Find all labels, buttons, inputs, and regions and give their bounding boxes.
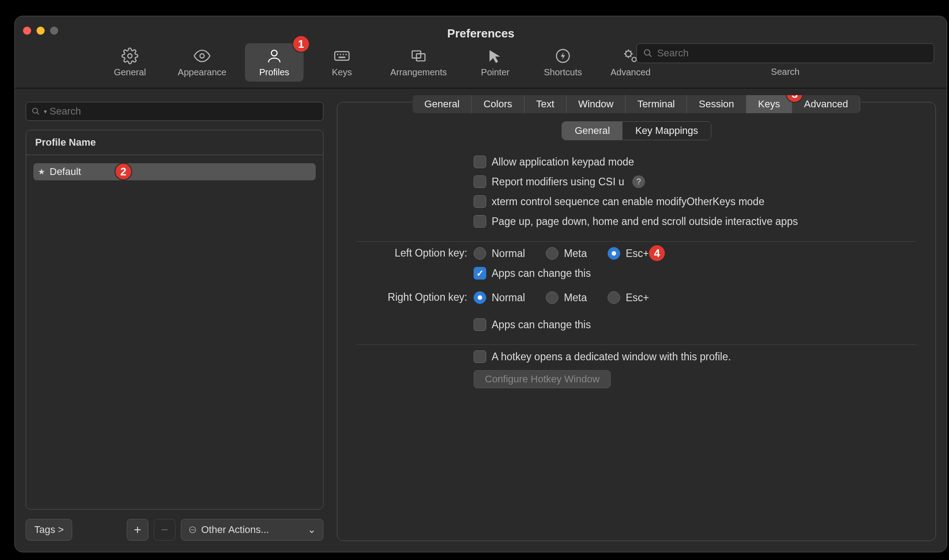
tags-button[interactable]: Tags >: [26, 519, 72, 541]
subtab-general[interactable]: General: [562, 122, 622, 140]
profile-search[interactable]: ▾: [26, 102, 323, 121]
svg-line-17: [37, 112, 39, 115]
check-keypad[interactable]: [474, 156, 486, 168]
check-csi-label: Report modifiers using CSI u: [492, 176, 624, 188]
check-left-apps-change[interactable]: [474, 267, 486, 280]
tab-keys[interactable]: Keys: [746, 95, 792, 113]
check-pgup[interactable]: [474, 215, 486, 228]
tab-window[interactable]: Window: [567, 95, 626, 113]
check-xterm-label: xterm control sequence can enable modify…: [492, 196, 765, 208]
tab-text[interactable]: Text: [525, 95, 567, 113]
svg-line-15: [649, 55, 651, 57]
profile-settings-panel: General Colors Text Window Terminal Sess…: [337, 102, 936, 541]
search-icon: [32, 107, 40, 116]
tab-general[interactable]: General: [413, 95, 472, 113]
svg-point-2: [272, 50, 277, 56]
toolbar-shortcuts[interactable]: Shortcuts: [534, 43, 592, 82]
toolbar-keys[interactable]: Keys: [313, 43, 371, 82]
toolbar-search-wrap: Search: [636, 43, 934, 82]
toolbar: General Appearance Profiles 1 Keys Arran…: [101, 43, 660, 82]
add-profile-button[interactable]: +: [127, 519, 148, 541]
pointer-icon: [487, 47, 504, 64]
toolbar-profiles[interactable]: Profiles 1: [245, 43, 304, 82]
toolbar-pointer[interactable]: Pointer: [466, 43, 525, 82]
gear-icon: [121, 47, 138, 64]
annotation-badge-2: 2: [115, 163, 132, 180]
check-csi[interactable]: [474, 175, 486, 188]
titlebar: Preferences General Appearance Profiles …: [15, 16, 947, 88]
profile-tabs: General Colors Text Window Terminal Sess…: [413, 95, 861, 113]
svg-point-12: [626, 51, 631, 57]
check-hotkey-label: A hotkey opens a dedicated window with t…: [492, 351, 731, 363]
radio-left-meta[interactable]: [546, 247, 558, 260]
window-title: Preferences: [15, 27, 947, 41]
preferences-window: Preferences General Appearance Profiles …: [14, 16, 947, 552]
toolbar-search-label: Search: [771, 67, 799, 77]
tab-advanced[interactable]: Advanced: [792, 95, 860, 113]
chevron-down-icon: ⌄: [308, 524, 316, 536]
svg-point-0: [128, 54, 132, 58]
toolbar-search-input[interactable]: [657, 47, 927, 59]
check-right-apps-change[interactable]: [474, 318, 486, 331]
svg-point-13: [632, 57, 636, 62]
star-icon: ★: [38, 167, 45, 177]
profile-search-input[interactable]: [50, 106, 318, 117]
toolbar-search[interactable]: [636, 43, 934, 63]
radio-left-normal[interactable]: [474, 247, 486, 260]
tab-colors[interactable]: Colors: [472, 95, 525, 113]
eye-icon: [193, 47, 211, 64]
svg-point-21: [193, 529, 194, 530]
tab-terminal[interactable]: Terminal: [626, 95, 687, 113]
lightning-icon: [554, 47, 571, 64]
svg-point-16: [32, 108, 37, 113]
radio-right-esc[interactable]: [608, 291, 620, 304]
annotation-badge-1: 1: [292, 35, 310, 53]
help-icon[interactable]: ?: [632, 175, 645, 188]
chevron-down-icon: ▾: [44, 108, 47, 115]
tab-session[interactable]: Session: [687, 95, 746, 113]
toolbar-appearance[interactable]: Appearance: [168, 43, 236, 82]
body: ▾ Profile Name ★ Default 2 Tags > + −: [15, 88, 947, 552]
check-right-apps-change-label: Apps can change this: [492, 319, 591, 331]
profile-bottom-bar: Tags > + − Other Actions... ⌄: [26, 519, 323, 541]
svg-point-1: [200, 54, 204, 58]
svg-point-19: [191, 529, 192, 530]
search-icon: [643, 48, 653, 58]
toolbar-arrangements[interactable]: Arrangements: [380, 43, 457, 82]
profile-list: Profile Name ★ Default 2: [26, 130, 323, 510]
remove-profile-button[interactable]: −: [154, 519, 175, 541]
radio-right-normal[interactable]: [474, 291, 486, 304]
svg-point-20: [192, 529, 193, 530]
check-left-apps-change-label: Apps can change this: [492, 267, 591, 280]
toolbar-general[interactable]: General: [101, 43, 159, 82]
ellipsis-icon: [189, 526, 197, 534]
check-keypad-label: Allow application keypad mode: [492, 156, 634, 168]
user-icon: [266, 47, 283, 64]
keys-subtabs: General Key Mappings: [562, 121, 711, 140]
configure-hotkey-button[interactable]: Configure Hotkey Window: [474, 370, 611, 388]
other-actions-button[interactable]: Other Actions... ⌄: [181, 519, 323, 541]
radio-right-meta[interactable]: [546, 291, 558, 304]
profile-row-default[interactable]: ★ Default 2: [33, 163, 316, 180]
keyboard-icon: [333, 47, 350, 64]
radio-left-esc[interactable]: [608, 247, 620, 260]
check-xterm[interactable]: [474, 195, 486, 208]
keys-general-content: Allow application keypad mode Report mod…: [337, 140, 935, 402]
annotation-badge-4: 4: [648, 244, 666, 262]
profiles-sidebar: ▾ Profile Name ★ Default 2 Tags > + −: [26, 102, 323, 541]
check-hotkey[interactable]: [474, 350, 486, 363]
profile-list-header: Profile Name: [26, 130, 323, 155]
svg-rect-3: [335, 52, 349, 60]
windows-icon: [410, 47, 427, 64]
check-pgup-label: Page up, page down, home and end scroll …: [492, 216, 798, 228]
profile-row-label: Default: [50, 166, 81, 178]
subtab-key-mappings[interactable]: Key Mappings: [622, 122, 710, 140]
right-option-label: Right Option key:: [356, 291, 474, 331]
svg-point-14: [645, 50, 650, 55]
